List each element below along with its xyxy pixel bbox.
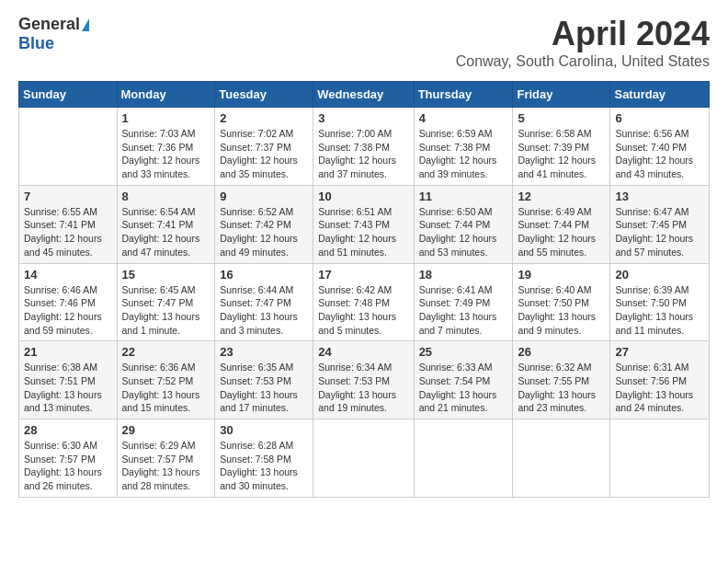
day-number: 4 [419, 111, 508, 125]
calendar-cell: 18Sunrise: 6:41 AM Sunset: 7:49 PM Dayli… [414, 263, 513, 341]
day-number: 21 [24, 345, 112, 359]
day-info: Sunrise: 6:32 AM Sunset: 7:55 PM Dayligh… [518, 361, 605, 415]
calendar-cell: 10Sunrise: 6:51 AM Sunset: 7:43 PM Dayli… [313, 185, 414, 263]
day-number: 3 [318, 111, 408, 125]
location-title: Conway, South Carolina, United States [456, 53, 710, 70]
header: General Blue April 2024 Conway, South Ca… [18, 15, 710, 70]
day-number: 23 [220, 345, 308, 359]
day-info: Sunrise: 6:45 AM Sunset: 7:47 PM Dayligh… [122, 283, 210, 338]
day-info: Sunrise: 6:46 AM Sunset: 7:46 PM Dayligh… [24, 283, 112, 338]
day-info: Sunrise: 7:03 AM Sunset: 7:36 PM Dayligh… [122, 127, 210, 181]
day-info: Sunrise: 6:30 AM Sunset: 7:57 PM Dayligh… [24, 439, 112, 493]
calendar-cell: 3Sunrise: 7:00 AM Sunset: 7:38 PM Daylig… [313, 108, 414, 186]
day-number: 17 [318, 268, 408, 282]
day-info: Sunrise: 6:35 AM Sunset: 7:53 PM Dayligh… [220, 361, 308, 415]
calendar-cell: 26Sunrise: 6:32 AM Sunset: 7:55 PM Dayli… [513, 341, 610, 419]
calendar-cell [313, 419, 414, 498]
day-number: 2 [220, 111, 308, 125]
title-area: April 2024 Conway, South Carolina, Unite… [456, 15, 710, 70]
calendar-header-tuesday: Tuesday [215, 82, 313, 108]
day-number: 24 [318, 345, 408, 359]
day-info: Sunrise: 6:29 AM Sunset: 7:57 PM Dayligh… [122, 439, 210, 493]
day-info: Sunrise: 6:44 AM Sunset: 7:47 PM Dayligh… [220, 283, 308, 338]
logo-triangle-icon [82, 18, 89, 31]
day-number: 10 [318, 190, 408, 203]
day-number: 1 [122, 111, 210, 125]
calendar-cell: 13Sunrise: 6:47 AM Sunset: 7:45 PM Dayli… [610, 185, 710, 263]
day-info: Sunrise: 6:38 AM Sunset: 7:51 PM Dayligh… [24, 361, 112, 415]
day-number: 11 [419, 190, 508, 203]
day-number: 28 [24, 423, 112, 437]
calendar-header-monday: Monday [117, 82, 215, 108]
day-info: Sunrise: 6:55 AM Sunset: 7:41 PM Dayligh… [24, 205, 112, 259]
day-number: 15 [122, 268, 210, 282]
logo: General Blue [18, 15, 89, 53]
calendar-cell [19, 108, 118, 186]
calendar-cell: 8Sunrise: 6:54 AM Sunset: 7:41 PM Daylig… [117, 185, 215, 263]
calendar-table: SundayMondayTuesdayWednesdayThursdayFrid… [18, 81, 710, 498]
calendar-cell: 14Sunrise: 6:46 AM Sunset: 7:46 PM Dayli… [19, 263, 118, 341]
calendar-cell: 5Sunrise: 6:58 AM Sunset: 7:39 PM Daylig… [513, 108, 610, 186]
calendar-header-saturday: Saturday [610, 82, 710, 108]
day-info: Sunrise: 6:52 AM Sunset: 7:42 PM Dayligh… [220, 205, 308, 259]
calendar-cell: 6Sunrise: 6:56 AM Sunset: 7:40 PM Daylig… [610, 108, 710, 186]
day-info: Sunrise: 6:42 AM Sunset: 7:48 PM Dayligh… [318, 283, 408, 338]
day-number: 16 [220, 268, 308, 282]
day-number: 27 [615, 345, 704, 359]
calendar-header-thursday: Thursday [414, 82, 513, 108]
calendar-week-2: 7Sunrise: 6:55 AM Sunset: 7:41 PM Daylig… [19, 185, 710, 263]
logo-blue-text: Blue [18, 34, 54, 53]
day-number: 19 [518, 268, 605, 282]
month-title: April 2024 [456, 15, 710, 53]
calendar-cell: 29Sunrise: 6:29 AM Sunset: 7:57 PM Dayli… [117, 419, 215, 498]
day-number: 20 [615, 268, 704, 282]
day-info: Sunrise: 6:51 AM Sunset: 7:43 PM Dayligh… [318, 205, 408, 259]
calendar-cell: 9Sunrise: 6:52 AM Sunset: 7:42 PM Daylig… [215, 185, 313, 263]
day-info: Sunrise: 6:36 AM Sunset: 7:52 PM Dayligh… [122, 361, 210, 415]
day-number: 26 [518, 345, 605, 359]
day-number: 22 [122, 345, 210, 359]
calendar-cell: 11Sunrise: 6:50 AM Sunset: 7:44 PM Dayli… [414, 185, 513, 263]
day-info: Sunrise: 6:50 AM Sunset: 7:44 PM Dayligh… [419, 205, 508, 259]
logo-general-text: General [18, 15, 80, 34]
calendar-cell: 1Sunrise: 7:03 AM Sunset: 7:36 PM Daylig… [117, 108, 215, 186]
day-number: 13 [615, 190, 704, 203]
day-info: Sunrise: 7:00 AM Sunset: 7:38 PM Dayligh… [318, 127, 408, 181]
calendar-cell: 21Sunrise: 6:38 AM Sunset: 7:51 PM Dayli… [19, 341, 118, 419]
day-number: 25 [419, 345, 508, 359]
day-info: Sunrise: 6:40 AM Sunset: 7:50 PM Dayligh… [518, 283, 605, 338]
calendar-cell: 19Sunrise: 6:40 AM Sunset: 7:50 PM Dayli… [513, 263, 610, 341]
calendar-cell: 23Sunrise: 6:35 AM Sunset: 7:53 PM Dayli… [215, 341, 313, 419]
calendar-cell: 24Sunrise: 6:34 AM Sunset: 7:53 PM Dayli… [313, 341, 414, 419]
calendar-cell [414, 419, 513, 498]
day-info: Sunrise: 6:56 AM Sunset: 7:40 PM Dayligh… [615, 127, 704, 181]
calendar-cell [513, 419, 610, 498]
day-number: 12 [518, 190, 605, 203]
calendar-header-row: SundayMondayTuesdayWednesdayThursdayFrid… [19, 82, 710, 108]
calendar-cell: 30Sunrise: 6:28 AM Sunset: 7:58 PM Dayli… [215, 419, 313, 498]
day-info: Sunrise: 6:33 AM Sunset: 7:54 PM Dayligh… [419, 361, 508, 415]
day-number: 29 [122, 423, 210, 437]
calendar-week-5: 28Sunrise: 6:30 AM Sunset: 7:57 PM Dayli… [19, 419, 710, 498]
calendar-header-wednesday: Wednesday [313, 82, 414, 108]
calendar-cell: 16Sunrise: 6:44 AM Sunset: 7:47 PM Dayli… [215, 263, 313, 341]
calendar-cell: 27Sunrise: 6:31 AM Sunset: 7:56 PM Dayli… [610, 341, 710, 419]
day-number: 5 [518, 111, 605, 125]
calendar-cell: 7Sunrise: 6:55 AM Sunset: 7:41 PM Daylig… [19, 185, 118, 263]
day-info: Sunrise: 7:02 AM Sunset: 7:37 PM Dayligh… [220, 127, 308, 181]
day-number: 14 [24, 268, 112, 282]
calendar-cell: 4Sunrise: 6:59 AM Sunset: 7:38 PM Daylig… [414, 108, 513, 186]
calendar-cell: 22Sunrise: 6:36 AM Sunset: 7:52 PM Dayli… [117, 341, 215, 419]
calendar-cell: 20Sunrise: 6:39 AM Sunset: 7:50 PM Dayli… [610, 263, 710, 341]
calendar-cell: 28Sunrise: 6:30 AM Sunset: 7:57 PM Dayli… [19, 419, 118, 498]
day-number: 8 [122, 190, 210, 203]
day-info: Sunrise: 6:58 AM Sunset: 7:39 PM Dayligh… [518, 127, 605, 181]
calendar-week-1: 1Sunrise: 7:03 AM Sunset: 7:36 PM Daylig… [19, 108, 710, 186]
day-info: Sunrise: 6:59 AM Sunset: 7:38 PM Dayligh… [419, 127, 508, 181]
day-number: 30 [220, 423, 308, 437]
day-number: 18 [419, 268, 508, 282]
day-number: 6 [615, 111, 704, 125]
day-info: Sunrise: 6:54 AM Sunset: 7:41 PM Dayligh… [122, 205, 210, 259]
day-info: Sunrise: 6:41 AM Sunset: 7:49 PM Dayligh… [419, 283, 508, 338]
calendar-header-friday: Friday [513, 82, 610, 108]
